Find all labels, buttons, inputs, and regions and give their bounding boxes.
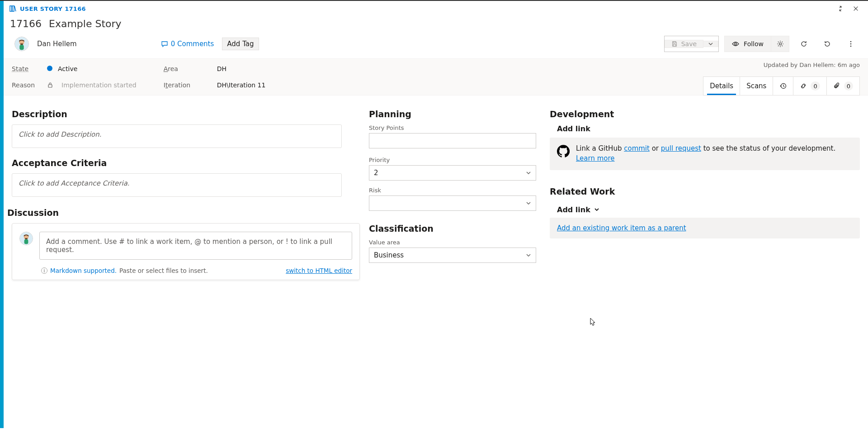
lock-icon [47,82,53,88]
save-split-button: Save [664,36,719,52]
acceptance-input[interactable]: Click to add Acceptance Criteria. [12,173,342,197]
gh-learn-more-link[interactable]: Learn more [576,154,615,162]
dev-add-link-heading[interactable]: Add link [550,124,860,133]
svg-point-11 [735,43,736,45]
story-points-label: Story Points [369,124,536,131]
svg-point-14 [850,43,852,45]
window-bar: USER STORY 17166 [4,1,868,16]
value-area-select[interactable]: Business [369,248,536,263]
reason-value[interactable]: Implementation started [61,81,137,89]
discussion-card: Add a comment. Use # to link a work item… [12,223,360,280]
eye-icon [732,40,739,48]
work-item-id: 17166 [10,18,42,29]
tabs-row: Details Scans 0 0 [703,76,860,95]
svg-rect-7 [19,45,24,50]
gear-icon [777,40,784,48]
follow-button[interactable]: Follow [724,36,771,52]
svg-rect-10 [673,44,675,46]
comment-input[interactable]: Add a comment. Use # to link a work item… [39,232,352,260]
svg-rect-1 [12,6,14,11]
kebab-icon [847,40,854,48]
description-heading: Description [12,109,369,119]
attachments-count: 0 [844,81,853,91]
svg-line-2 [14,6,16,11]
more-actions-button[interactable] [842,36,860,52]
assignee-name[interactable]: Dan Hellem [37,40,77,48]
chevron-down-icon [526,200,531,206]
priority-label: Priority [369,157,536,163]
svg-rect-20 [24,239,28,244]
refresh-button[interactable] [795,36,813,52]
commenter-avatar [19,232,33,245]
chevron-down-icon [594,207,599,212]
links-count: 0 [811,81,820,91]
save-dropdown[interactable] [703,41,718,47]
link-icon [800,82,807,90]
state-label: State [12,65,39,72]
priority-select[interactable]: 2 [369,165,536,181]
add-existing-parent-link[interactable]: Add an existing work item as a parent [557,224,686,232]
restore-button[interactable] [833,2,848,15]
risk-select[interactable] [369,195,536,211]
comments-count-label: 0 Comments [171,40,214,48]
revert-button[interactable] [818,36,836,52]
state-value[interactable]: Active [47,65,77,72]
work-item-title[interactable]: Example Story [49,18,122,29]
attachment-icon [833,82,840,90]
svg-rect-0 [10,6,12,11]
risk-label: Risk [369,187,536,194]
iteration-label: Iteration [164,81,191,89]
window-type-label: USER STORY 17166 [20,5,86,12]
tab-history[interactable] [773,77,793,95]
area-label: Area [164,65,191,72]
follow-settings-button[interactable] [771,36,789,52]
updated-text[interactable]: Updated by Dan Hellem: 6m ago [764,62,860,68]
planning-heading: Planning [369,109,536,119]
state-dot-icon [47,66,52,71]
comments-link[interactable]: 0 Comments [161,40,214,48]
discussion-heading: Discussion [7,208,369,218]
description-input[interactable]: Click to add Description. [12,124,342,148]
svg-rect-8 [20,43,23,45]
related-add-link-button[interactable]: Add link [550,205,599,214]
svg-point-15 [850,46,852,47]
save-button[interactable]: Save [665,40,703,48]
tab-details[interactable]: Details [703,77,740,95]
development-heading: Development [550,109,860,119]
classification-heading: Classification [369,224,536,234]
related-work-heading: Related Work [550,186,860,196]
assignee-avatar[interactable] [14,37,29,51]
gh-commit-link[interactable]: commit [624,144,650,153]
svg-point-13 [850,41,852,43]
acceptance-heading: Acceptance Criteria [12,158,369,168]
github-icon [557,145,570,157]
tab-scans[interactable]: Scans [740,77,773,95]
tab-attachments[interactable]: 0 [827,77,859,95]
work-item-type-icon [9,5,16,12]
reason-label: Reason [12,81,39,89]
chevron-down-icon [526,253,531,258]
markdown-link[interactable]: Markdown supported. [50,267,117,274]
svg-rect-9 [673,42,675,43]
svg-point-12 [779,43,781,45]
refresh-icon [800,40,807,48]
undo-icon [824,40,831,48]
title-bar: 17166 Example Story [4,16,868,31]
close-button[interactable] [848,2,863,15]
iteration-value[interactable]: DH\Iteration 11 [217,81,266,89]
tab-links[interactable]: 0 [793,77,826,95]
svg-rect-21 [25,238,27,239]
chevron-down-icon [708,41,713,47]
info-icon: i [41,267,47,274]
svg-rect-16 [48,85,52,87]
story-points-input[interactable] [369,133,536,148]
area-value[interactable]: DH [217,65,226,72]
add-tag-button[interactable]: Add Tag [222,38,259,50]
gh-pr-link[interactable]: pull request [661,144,701,153]
action-row: Dan Hellem 0 Comments Add Tag Save Follo… [4,31,868,58]
switch-editor-link[interactable]: switch to HTML editor [286,267,352,274]
related-parent-card: Add an existing work item as a parent [550,218,860,238]
markdown-hint: i Markdown supported. Paste or select fi… [41,267,208,274]
chevron-down-icon [526,170,531,176]
history-icon [779,82,787,90]
